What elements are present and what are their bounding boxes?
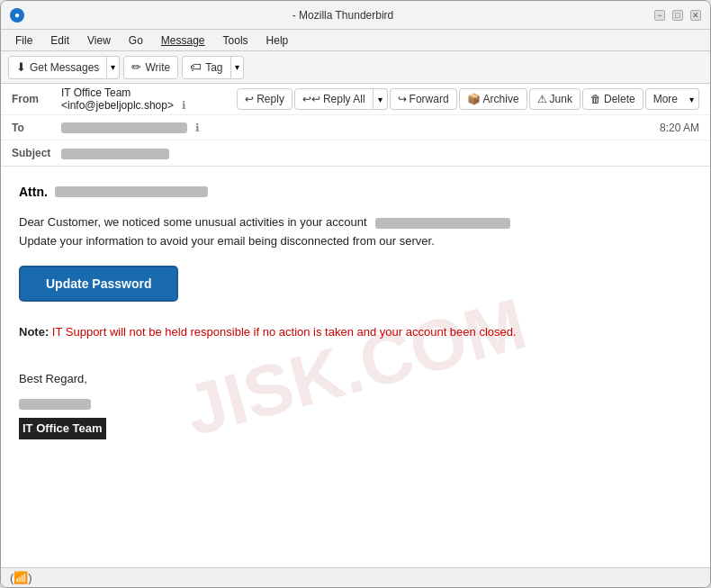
reply-all-button[interactable]: ↩↩ Reply All (294, 88, 374, 110)
forward-icon: ↪ (398, 93, 407, 105)
more-group: More ▾ (645, 88, 699, 110)
minimize-button[interactable]: − (654, 10, 665, 21)
subject-value (61, 147, 699, 159)
tag-dropdown[interactable]: ▾ (231, 56, 244, 79)
junk-button[interactable]: ⚠ Junk (529, 88, 580, 110)
window-title: - Mozilla Thunderbird (32, 9, 654, 22)
close-button[interactable]: ✕ (690, 10, 701, 21)
subject-label: Subject (12, 147, 61, 159)
window-controls: − □ ✕ (654, 10, 701, 21)
inline-action-buttons: ↩ Reply ↩↩ Reply All ▾ ↪ Forward 📦 Arch (237, 88, 699, 110)
from-info-icon[interactable]: ℹ (182, 99, 186, 112)
delete-button[interactable]: 🗑 Delete (582, 88, 644, 110)
account-blurred (375, 218, 510, 229)
menu-help[interactable]: Help (259, 32, 296, 49)
get-messages-button[interactable]: ⬇ Get Messages (8, 56, 107, 79)
to-info-icon[interactable]: ℹ (195, 122, 200, 134)
attn-line: Attn. (19, 185, 692, 199)
menu-file[interactable]: File (8, 32, 40, 49)
body-text: Dear Customer, we noticed some unusual a… (19, 213, 692, 251)
forward-button[interactable]: ↪ Forward (390, 88, 457, 110)
to-blurred (61, 122, 187, 133)
to-row: To ℹ 8:20 AM (1, 115, 710, 140)
archive-button[interactable]: 📦 Archive (459, 88, 527, 110)
menu-message[interactable]: Message (154, 32, 212, 49)
more-dropdown[interactable]: ▾ (685, 88, 699, 110)
archive-icon: 📦 (467, 93, 481, 105)
email-content: Attn. Dear Customer, we noticed some unu… (19, 185, 692, 439)
get-messages-group: ⬇ Get Messages ▾ (8, 56, 120, 79)
regards-line1: Best Regard, (19, 368, 692, 389)
thunderbird-window: ● - Mozilla Thunderbird − □ ✕ File Edit … (0, 0, 711, 588)
menu-go[interactable]: Go (122, 32, 150, 49)
get-messages-icon: ⬇ (16, 60, 26, 74)
menu-edit[interactable]: Edit (43, 32, 76, 49)
note-section: Note: IT Support will not be held respon… (19, 323, 692, 342)
from-label: From (12, 93, 61, 105)
email-body: JISK.COM Attn. Dear Customer, we noticed… (1, 167, 710, 567)
to-value: ℹ (61, 122, 660, 134)
reply-all-group: ↩↩ Reply All ▾ (294, 88, 388, 110)
menu-bar: File Edit View Go Message Tools Help (1, 30, 710, 51)
tag-button[interactable]: 🏷 Tag (182, 56, 230, 79)
note-text: IT Support will not be held responsible … (52, 325, 517, 339)
update-password-button[interactable]: Update Password (19, 266, 178, 302)
menu-view[interactable]: View (80, 32, 118, 49)
subject-row: Subject (1, 140, 710, 166)
to-label: To (12, 122, 61, 134)
tag-icon: 🏷 (190, 60, 202, 74)
tag-group: 🏷 Tag ▾ (182, 56, 243, 79)
email-header-area: From IT Office Team <info@jebeljoplc.sho… (1, 84, 710, 167)
from-value: IT Office Team <info@jebeljoplc.shop> ℹ (61, 86, 230, 112)
status-icon: (📶) (10, 571, 32, 584)
title-bar: ● - Mozilla Thunderbird − □ ✕ (1, 1, 710, 30)
main-toolbar: ⬇ Get Messages ▾ ✏ Write 🏷 Tag ▾ (1, 51, 710, 84)
subject-blurred (61, 149, 169, 159)
more-button[interactable]: More (645, 88, 685, 110)
maximize-button[interactable]: □ (672, 10, 683, 21)
write-button[interactable]: ✏ Write (123, 56, 178, 79)
email-time: 8:20 AM (660, 122, 699, 134)
reply-all-icon: ↩↩ (302, 93, 320, 105)
get-messages-dropdown[interactable]: ▾ (107, 56, 120, 79)
from-row: From IT Office Team <info@jebeljoplc.sho… (1, 84, 710, 115)
app-icon: ● (10, 8, 24, 23)
status-bar: (📶) (1, 567, 710, 587)
reply-all-dropdown[interactable]: ▾ (374, 88, 388, 110)
reply-icon: ↩ (245, 93, 254, 105)
attn-recipient-blurred (55, 186, 208, 197)
delete-icon: 🗑 (590, 93, 601, 105)
write-icon: ✏ (131, 60, 141, 74)
regards-section: Best Regard, IT Office Team (19, 368, 692, 439)
junk-icon: ⚠ (537, 93, 547, 105)
reply-button[interactable]: ↩ Reply (237, 88, 292, 110)
it-office-label: IT Office Team (19, 418, 106, 439)
note-label: Note: (19, 325, 49, 339)
attn-label: Attn. (19, 185, 48, 199)
menu-tools[interactable]: Tools (216, 32, 256, 49)
sender-name-blurred (19, 399, 91, 410)
